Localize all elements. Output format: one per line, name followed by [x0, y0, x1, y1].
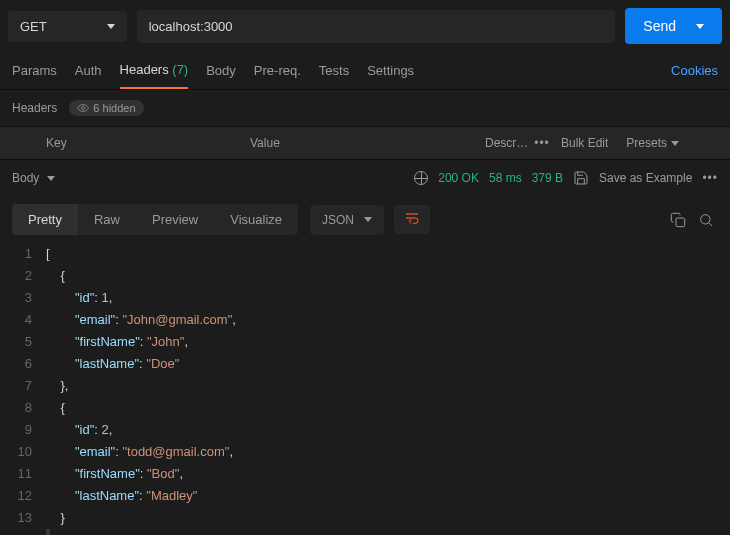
- code-line: 3 "id": 1,: [0, 287, 730, 309]
- view-pretty[interactable]: Pretty: [12, 204, 78, 235]
- tab-settings[interactable]: Settings: [367, 53, 414, 88]
- eye-icon: [77, 102, 89, 114]
- code-text: "firstName": "John",: [46, 331, 188, 353]
- presets-dropdown[interactable]: Presets: [616, 136, 689, 150]
- line-number: 7: [0, 375, 46, 397]
- presets-label: Presets: [626, 136, 667, 150]
- method-label: GET: [20, 19, 47, 34]
- code-line: 1[: [0, 243, 730, 265]
- method-dropdown[interactable]: GET: [8, 11, 127, 42]
- view-mode-segment: PrettyRawPreviewVisualize: [12, 204, 298, 235]
- send-label: Send: [643, 18, 676, 34]
- copy-icon[interactable]: [670, 212, 686, 228]
- code-line: 10 "email": "todd@gmail.com",: [0, 441, 730, 463]
- line-number: 13: [0, 507, 46, 529]
- line-number: 10: [0, 441, 46, 463]
- code-line: 13 }: [0, 507, 730, 529]
- code-text: ]: [46, 529, 50, 535]
- code-text: "email": "John@gmail.com",: [46, 309, 236, 331]
- code-line: 11 "firstName": "Bod",: [0, 463, 730, 485]
- response-time: 58 ms: [489, 171, 522, 185]
- cookies-link[interactable]: Cookies: [671, 63, 718, 78]
- save-icon[interactable]: [573, 170, 589, 186]
- code-line: 9 "id": 2,: [0, 419, 730, 441]
- status-code: 200 OK: [438, 171, 479, 185]
- search-icon[interactable]: [698, 212, 714, 228]
- col-key: Key: [0, 136, 250, 150]
- code-line: 7 },: [0, 375, 730, 397]
- code-text: "id": 2,: [46, 419, 112, 441]
- hidden-count: 6 hidden: [93, 102, 135, 114]
- response-body-dropdown[interactable]: Body: [12, 171, 55, 185]
- col-desc: Description: [485, 136, 531, 150]
- tab-auth[interactable]: Auth: [75, 53, 102, 88]
- globe-icon[interactable]: [414, 171, 428, 185]
- line-number: 11: [0, 463, 46, 485]
- response-more-button[interactable]: •••: [702, 171, 718, 185]
- bulk-edit-link[interactable]: Bulk Edit: [553, 136, 616, 150]
- chevron-down-icon: [47, 176, 55, 181]
- line-number: 1: [0, 243, 46, 265]
- view-visualize[interactable]: Visualize: [214, 204, 298, 235]
- line-number: 4: [0, 309, 46, 331]
- hidden-headers-chip[interactable]: 6 hidden: [69, 100, 143, 116]
- code-text: "email": "todd@gmail.com",: [46, 441, 233, 463]
- tab-prereq[interactable]: Pre-req.: [254, 53, 301, 88]
- save-example-link[interactable]: Save as Example: [599, 171, 692, 185]
- line-number: 3: [0, 287, 46, 309]
- headers-count: (7): [169, 62, 189, 77]
- language-label: JSON: [322, 213, 354, 227]
- code-line: 12 "lastName": "Madley": [0, 485, 730, 507]
- code-text: },: [46, 375, 68, 397]
- body-label: Body: [12, 171, 39, 185]
- request-tabs: ParamsAuthHeaders (7)BodyPre-req.TestsSe…: [0, 52, 730, 90]
- code-text: "lastName": "Doe": [46, 353, 179, 375]
- response-body[interactable]: 1[2 {3 "id": 1,4 "email": "John@gmail.co…: [0, 243, 730, 535]
- code-text: {: [46, 397, 65, 419]
- code-text: }: [46, 507, 65, 529]
- code-line: 8 {: [0, 397, 730, 419]
- headers-label: Headers: [12, 101, 57, 115]
- wrap-lines-button[interactable]: [394, 205, 430, 234]
- language-dropdown[interactable]: JSON: [310, 205, 384, 235]
- code-line: 6 "lastName": "Doe": [0, 353, 730, 375]
- code-text: "lastName": "Madley": [46, 485, 197, 507]
- line-number: 6: [0, 353, 46, 375]
- chevron-down-icon: [364, 217, 372, 222]
- svg-line-4: [709, 222, 712, 225]
- line-number: 5: [0, 331, 46, 353]
- svg-point-3: [701, 214, 710, 223]
- more-columns-button[interactable]: •••: [531, 136, 553, 150]
- code-text: [: [46, 243, 50, 265]
- view-preview[interactable]: Preview: [136, 204, 214, 235]
- code-line: 14]: [0, 529, 730, 535]
- chevron-down-icon: [671, 141, 679, 146]
- line-number: 8: [0, 397, 46, 419]
- code-text: {: [46, 265, 65, 287]
- tab-headers[interactable]: Headers (7): [120, 52, 189, 89]
- tab-body[interactable]: Body: [206, 53, 236, 88]
- send-button[interactable]: Send: [625, 8, 722, 44]
- wrap-icon: [404, 211, 420, 225]
- line-number: 2: [0, 265, 46, 287]
- response-size: 379 B: [532, 171, 563, 185]
- chevron-down-icon: [696, 24, 704, 29]
- code-line: 2 {: [0, 265, 730, 287]
- tab-tests[interactable]: Tests: [319, 53, 349, 88]
- line-number: 14: [0, 529, 46, 535]
- code-text: "firstName": "Bod",: [46, 463, 183, 485]
- code-text: "id": 1,: [46, 287, 112, 309]
- line-number: 9: [0, 419, 46, 441]
- code-line: 5 "firstName": "John",: [0, 331, 730, 353]
- chevron-down-icon: [107, 24, 115, 29]
- line-number: 12: [0, 485, 46, 507]
- svg-point-0: [82, 107, 85, 110]
- code-line: 4 "email": "John@gmail.com",: [0, 309, 730, 331]
- view-raw[interactable]: Raw: [78, 204, 136, 235]
- svg-rect-2: [676, 218, 685, 227]
- tab-params[interactable]: Params: [12, 53, 57, 88]
- url-input[interactable]: [137, 10, 616, 43]
- col-value: Value: [250, 136, 485, 150]
